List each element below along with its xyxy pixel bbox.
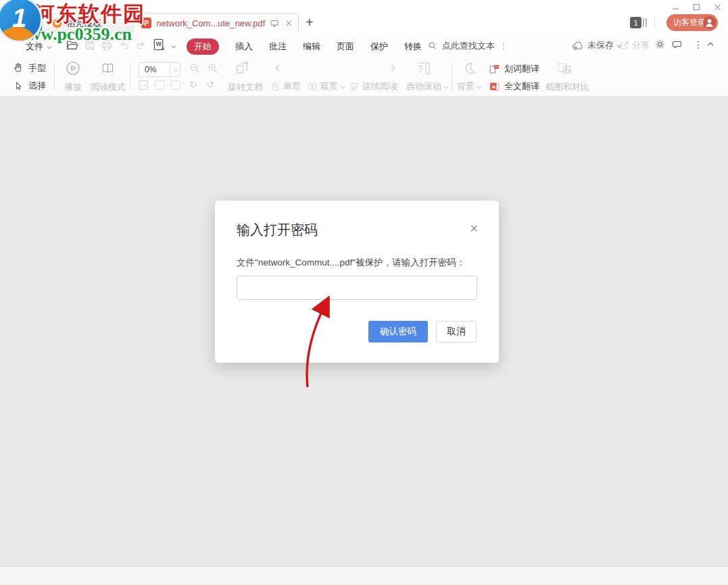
fit-width-icon[interactable] xyxy=(171,80,180,90)
select-tool-button[interactable]: 选择 xyxy=(13,80,46,92)
tab-document[interactable]: P network_Com...ute_new.pdf xyxy=(132,13,299,32)
share-label: 分享 xyxy=(632,39,650,51)
ribbon-tab-protect[interactable]: 保护 xyxy=(370,41,388,53)
play-icon xyxy=(65,60,81,76)
new-tab-button[interactable]: + xyxy=(306,15,314,30)
search-icon xyxy=(428,41,437,51)
more-icon[interactable]: ⋮ xyxy=(500,41,507,51)
full-translate-icon: A xyxy=(489,81,500,93)
window-stack-bar xyxy=(643,18,644,27)
continuous-read-icon xyxy=(349,82,360,92)
hand-tool-button[interactable]: 手型 xyxy=(12,61,46,74)
hand-icon xyxy=(12,61,25,74)
more-menu-icon[interactable]: ⋮ xyxy=(694,39,703,50)
single-page-icon xyxy=(270,82,281,92)
word-translate-button[interactable]: 划词翻译 xyxy=(489,63,539,75)
chevron-down-icon xyxy=(477,84,481,88)
zoom-out-icon[interactable] xyxy=(189,62,201,75)
avatar xyxy=(703,16,716,29)
dialog-message: 文件"network_Commut....pdf"被保护，请输入打开密码： xyxy=(237,257,465,269)
find-text-box[interactable]: 点此查找文本 ⋮ xyxy=(428,40,507,52)
zoom-in-icon[interactable] xyxy=(207,62,220,75)
play-label: 播放 xyxy=(64,81,82,93)
statusbar: / 1:1 100% − + xyxy=(0,566,728,585)
present-monitor-icon[interactable] xyxy=(270,18,279,28)
maximize-button[interactable] xyxy=(689,1,704,12)
double-page-label: 双页 xyxy=(320,80,338,93)
ribbon-tab-comment[interactable]: 批注 xyxy=(269,41,287,53)
single-page-label: 单页 xyxy=(283,80,301,93)
read-mode-button[interactable] xyxy=(100,61,116,76)
hand-tool-label: 手型 xyxy=(28,62,46,74)
double-page-icon xyxy=(307,82,318,92)
guest-login-label: 访客登录 xyxy=(673,17,706,28)
ribbon-tab-page[interactable]: 页面 xyxy=(337,41,354,53)
rotate-doc-icon xyxy=(233,59,251,78)
confirm-password-button[interactable]: 确认密码 xyxy=(368,321,428,342)
actual-size-icon[interactable]: 1:1 xyxy=(139,80,148,90)
toolbar: 手型 选择 播放 阅读模式 0% 1:1 ↻ ↺ 旋转文档 / 单页 双页 xyxy=(0,57,728,97)
chevron-down-icon xyxy=(172,43,176,47)
comment-bubble-icon[interactable] xyxy=(671,39,683,50)
select-tool-label: 选择 xyxy=(28,80,46,92)
read-mode-label: 阅读模式 xyxy=(91,81,126,93)
divider xyxy=(452,62,452,91)
ribbon-tab-convert[interactable]: 转换 xyxy=(404,41,422,53)
rotate-right-icon[interactable]: ↻ xyxy=(189,79,197,90)
auto-scroll-label: 自动滚动 xyxy=(406,80,441,93)
share-icon xyxy=(618,40,629,51)
auto-scroll-button[interactable]: 自动滚动 xyxy=(406,80,447,93)
rotate-left-icon[interactable]: ↺ xyxy=(206,79,214,90)
continuous-read-label: 连续阅读 xyxy=(362,80,397,93)
divider xyxy=(130,62,130,91)
guest-login-button[interactable]: 访客登录 xyxy=(666,14,718,31)
auto-scroll-icon[interactable] xyxy=(415,59,433,77)
window-count-badge[interactable]: 1 xyxy=(630,17,641,28)
find-text-placeholder: 点此查找文本 xyxy=(442,40,495,52)
chevron-down-icon xyxy=(47,44,51,48)
save-status[interactable]: 未保存 xyxy=(571,39,621,51)
divider xyxy=(54,62,55,91)
cloud-unsaved-icon xyxy=(571,40,584,51)
play-button[interactable] xyxy=(65,60,81,76)
close-window-button[interactable] xyxy=(710,1,725,12)
zoom-percent-value: 0% xyxy=(139,65,170,74)
chevron-down-icon xyxy=(341,84,345,88)
share-button[interactable]: 分享 xyxy=(618,39,650,51)
single-page-button[interactable]: 单页 xyxy=(270,80,301,93)
background-label: 背景 xyxy=(457,80,475,93)
annotation-arrow xyxy=(287,294,341,395)
background-button[interactable]: 背景 xyxy=(457,80,481,93)
cancel-button[interactable]: 取消 xyxy=(436,321,477,342)
rotate-doc-button[interactable] xyxy=(233,59,251,78)
fit-page-icon[interactable] xyxy=(155,80,164,90)
rotate-doc-label: 旋转文档 xyxy=(228,81,263,93)
export-word-icon[interactable]: W xyxy=(152,38,166,52)
dialog-title: 输入打开密码 xyxy=(237,221,318,239)
chevron-down-icon xyxy=(174,67,178,71)
tab-close-icon[interactable] xyxy=(285,19,293,28)
double-page-button[interactable]: 双页 xyxy=(307,80,344,93)
book-icon xyxy=(100,61,116,76)
zoom-percent-combo[interactable]: 0% xyxy=(139,62,180,77)
collapse-ribbon-icon[interactable] xyxy=(708,43,713,48)
minimize-button[interactable] xyxy=(668,1,683,12)
redo-icon[interactable] xyxy=(135,40,146,51)
ribbon-tab-insert[interactable]: 插入 xyxy=(235,41,253,53)
ribbon-tab-edit[interactable]: 编辑 xyxy=(303,41,320,53)
chevron-down-icon xyxy=(444,84,448,88)
next-page-icon[interactable] xyxy=(387,63,398,74)
ribbon-tab-home[interactable]: 开始 xyxy=(187,39,219,55)
dialog-close-icon[interactable]: ✕ xyxy=(470,222,479,235)
window-stack-bar xyxy=(646,18,647,27)
screenshot-compare-button[interactable] xyxy=(556,60,573,77)
divider xyxy=(654,16,655,28)
full-translate-button[interactable]: A 全文翻译 xyxy=(489,80,539,93)
svg-text:A: A xyxy=(491,84,495,90)
password-input[interactable] xyxy=(237,276,477,300)
prev-page-icon[interactable] xyxy=(272,63,283,74)
settings-gear-icon[interactable] xyxy=(654,39,666,50)
background-moon-icon[interactable] xyxy=(462,61,477,76)
continuous-read-button[interactable]: 连续阅读 xyxy=(349,80,397,93)
cursor-icon xyxy=(13,80,24,92)
